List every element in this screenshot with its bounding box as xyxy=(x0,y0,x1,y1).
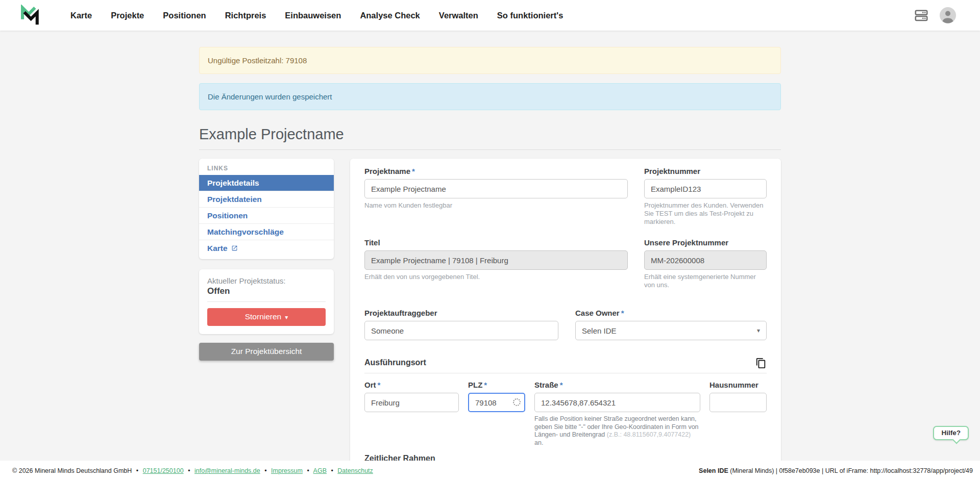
title-divider xyxy=(199,149,781,150)
unsere-projektnummer-helper: Erhält eine systemgenerierte Nummer von … xyxy=(644,273,767,289)
projektnummer-helper: Projektnummer des Kunden. Verwenden Sie … xyxy=(644,201,767,226)
field-hausnummer: Hausnummer xyxy=(709,381,767,412)
sidebar-item-matchingvorschlaege[interactable]: Matchingvorschläge xyxy=(199,223,334,240)
footer-right: Selen IDE (Mineral Minds) | 0f58e7eb093e… xyxy=(699,467,973,474)
hausnummer-input[interactable] xyxy=(709,393,767,412)
app-root: Karte Projekte Positionen Richtpreis Ein… xyxy=(0,0,980,481)
strasse-label: Straße* xyxy=(534,381,700,390)
field-case-owner: Case Owner* Selen IDE ▾ xyxy=(575,309,767,340)
titel-input xyxy=(364,250,628,270)
footer-impressum-link[interactable]: Impressum xyxy=(271,467,303,474)
caret-down-icon: ▾ xyxy=(285,314,288,321)
project-overview-button[interactable]: Zur Projektübersicht xyxy=(199,343,334,361)
field-unsere-projektnummer: Unsere Projektnummer Erhält eine systemg… xyxy=(644,238,767,289)
case-owner-label: Case Owner* xyxy=(575,309,767,318)
ausfuehrungsort-heading: Ausführungsort xyxy=(364,358,426,368)
warning-alert: Ungültige Postleitzahl: 79108 xyxy=(199,47,781,74)
ausfuehrungsort-divider xyxy=(364,373,767,373)
projektauftraggeber-input[interactable] xyxy=(364,321,558,340)
required-marker: * xyxy=(621,309,624,317)
left-sidebar: LINKS Projektdetails Projektdateien Posi… xyxy=(199,159,334,361)
projektnummer-input[interactable] xyxy=(644,179,767,198)
sidebar-item-projektdateien[interactable]: Projektdateien xyxy=(199,191,334,207)
required-marker: * xyxy=(560,381,563,389)
info-alert-text: Die Änderungen wurden gespeichert xyxy=(208,92,332,101)
field-projektauftraggeber: Projektauftraggeber xyxy=(364,309,558,340)
hausnummer-label: Hausnummer xyxy=(709,381,767,390)
footer-email-link[interactable]: info@mineral-minds.de xyxy=(194,467,260,474)
chevron-down-icon: ▾ xyxy=(757,327,760,334)
case-owner-select[interactable]: Selen IDE ▾ xyxy=(575,321,767,340)
strasse-input[interactable] xyxy=(534,393,700,412)
brand-logo-icon xyxy=(19,5,40,26)
header-actions xyxy=(914,7,957,24)
nav-item-projekte[interactable]: Projekte xyxy=(111,11,144,20)
projektname-input[interactable] xyxy=(364,179,628,198)
nav-item-richtpreis[interactable]: Richtpreis xyxy=(225,11,266,20)
footer-copyright: © 2026 Mineral Minds Deutschland GmbH xyxy=(12,467,132,474)
brand-logo[interactable] xyxy=(19,4,40,27)
titel-helper: Erhält den von uns vorgegebenen Titel. xyxy=(364,273,628,281)
ort-input[interactable] xyxy=(364,393,459,412)
main-nav: Karte Projekte Positionen Richtpreis Ein… xyxy=(70,11,563,20)
field-titel: Titel Erhält den von uns vorgegebenen Ti… xyxy=(364,238,628,281)
required-marker: * xyxy=(412,167,415,175)
nav-item-so-funktionierts[interactable]: So funktioniert's xyxy=(497,11,564,20)
field-ort: Ort* xyxy=(364,381,459,412)
zeitlicher-rahmen-heading: Zeitlicher Rahmen xyxy=(364,454,767,461)
footer-meta: (Mineral Minds) | 0f58e7eb093e | URL of … xyxy=(728,467,973,474)
external-link-icon xyxy=(231,245,238,251)
status-divider xyxy=(207,301,326,302)
status-card: Aktueller Projektstatus: Offen Storniere… xyxy=(199,269,334,334)
footer-agb-link[interactable]: AGB xyxy=(313,467,327,474)
links-card: LINKS Projektdetails Projektdateien Posi… xyxy=(199,159,334,259)
cancel-project-button-label: Stornieren xyxy=(245,312,282,321)
required-marker: * xyxy=(484,381,487,389)
field-plz: PLZ* xyxy=(468,381,525,412)
loading-spinner-icon xyxy=(513,398,521,406)
titel-label: Titel xyxy=(364,238,628,247)
footer-datenschutz-link[interactable]: Datenschutz xyxy=(337,467,373,474)
field-strasse: Straße* Falls die Position keiner Straße… xyxy=(534,381,700,447)
strasse-helper-example: (z.B.: 48.8115607,9.4077422) xyxy=(607,431,691,438)
required-marker: * xyxy=(378,381,381,389)
footer-phone-link[interactable]: 07151/250100 xyxy=(143,467,184,474)
field-projektnummer: Projektnummer Projektnummer des Kunden. … xyxy=(644,167,767,226)
projektauftraggeber-label: Projektauftraggeber xyxy=(364,309,558,318)
status-label: Aktueller Projektstatus: xyxy=(207,276,326,285)
project-details-form: Projektname* Name vom Kunden festlegbar … xyxy=(350,159,781,461)
status-value: Offen xyxy=(207,286,326,296)
footer-user: Selen IDE xyxy=(699,467,728,474)
strasse-helper: Falls die Position keiner Straße zugeord… xyxy=(534,415,700,447)
projektnummer-label: Projektnummer xyxy=(644,167,767,176)
unsere-projektnummer-label: Unsere Projektnummer xyxy=(644,238,767,247)
copy-icon[interactable] xyxy=(755,358,767,369)
unsere-projektnummer-input xyxy=(644,250,767,270)
top-nav-bar: Karte Projekte Positionen Richtpreis Ein… xyxy=(0,0,980,31)
sidebar-item-projektdetails[interactable]: Projektdetails xyxy=(199,175,334,191)
nav-item-positionen[interactable]: Positionen xyxy=(163,11,206,20)
projektname-label: Projektname* xyxy=(364,167,628,176)
field-projektname: Projektname* Name vom Kunden festlegbar xyxy=(364,167,628,210)
sidebar-item-karte-label: Karte xyxy=(207,243,228,253)
sidebar-item-karte[interactable]: Karte xyxy=(199,240,334,256)
main-scroll-area: Ungültige Postleitzahl: 79108 Die Änderu… xyxy=(0,31,980,461)
nav-item-einbauweisen[interactable]: Einbauweisen xyxy=(285,11,341,20)
footer-left: © 2026 Mineral Minds Deutschland GmbH • … xyxy=(12,467,373,474)
ort-label: Ort* xyxy=(364,381,459,390)
links-card-header: LINKS xyxy=(199,159,334,175)
plz-label: PLZ* xyxy=(468,381,525,390)
nav-item-analyse-check[interactable]: Analyse Check xyxy=(360,11,420,20)
projektname-helper: Name vom Kunden festlegbar xyxy=(364,201,628,210)
nav-item-karte[interactable]: Karte xyxy=(70,11,92,20)
footer: © 2026 Mineral Minds Deutschland GmbH • … xyxy=(0,461,980,481)
user-avatar-icon[interactable] xyxy=(939,7,957,24)
server-icon[interactable] xyxy=(914,8,929,23)
case-owner-selected-value: Selen IDE xyxy=(582,326,617,335)
page-title: Example Projectname xyxy=(199,125,781,143)
nav-item-verwalten[interactable]: Verwalten xyxy=(439,11,478,20)
sidebar-item-positionen[interactable]: Positionen xyxy=(199,207,334,223)
help-button[interactable]: Hilfe? xyxy=(933,426,969,440)
cancel-project-button[interactable]: Stornieren▾ xyxy=(207,308,326,326)
warning-alert-text: Ungültige Postleitzahl: 79108 xyxy=(208,56,307,65)
